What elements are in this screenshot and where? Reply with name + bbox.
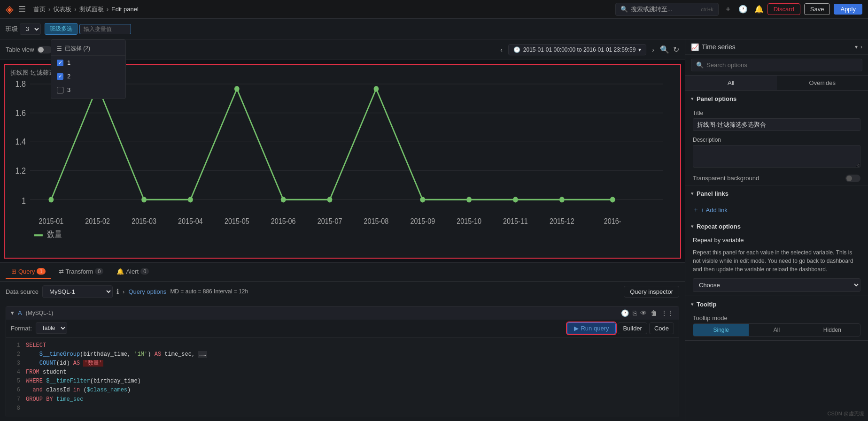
breadcrumb-panel[interactable]: 测试面板 xyxy=(79,5,104,14)
clock-query-icon[interactable]: 🕐 xyxy=(621,309,629,317)
main-layout: Table view Fill Actual ‹ 🕐 2015-01-01 00… xyxy=(0,39,868,421)
code-line-8: 8 xyxy=(11,404,674,413)
tab-alert[interactable]: 🔔 Alert 0 xyxy=(111,265,155,279)
apply-button[interactable]: Apply xyxy=(834,4,862,15)
checkbox-2[interactable]: ✓ xyxy=(57,73,63,80)
panel-description-input[interactable] xyxy=(693,145,860,168)
dropdown-item-1[interactable]: ✓ 1 xyxy=(51,56,125,69)
section-repeat-options: ▾ Repeat options Repeat by variable Repe… xyxy=(685,218,868,296)
section-repeat-options-header[interactable]: ▾ Repeat options xyxy=(685,218,868,235)
panel-title-input[interactable] xyxy=(693,118,860,131)
tooltip-mode-single[interactable]: Single xyxy=(693,324,749,336)
svg-text:2015-01: 2015-01 xyxy=(39,217,63,225)
transparent-toggle[interactable] xyxy=(845,175,860,182)
code-editor[interactable]: 1 SELECT 2 $__timeGroup(birthday_time, '… xyxy=(6,337,679,417)
tab-overrides[interactable]: Overrides xyxy=(777,76,868,90)
tab-query[interactable]: ⊞ Query 1 xyxy=(6,265,51,279)
search-row: 🔍 xyxy=(685,55,868,76)
horizontal-lines-icon: ☰ xyxy=(57,46,62,52)
var2-multiselect[interactable]: 班级多选 xyxy=(45,23,78,35)
panel-options-chevron: ▾ xyxy=(691,96,694,102)
section-panel-options-header[interactable]: ▾ Panel options xyxy=(685,91,868,107)
repeat-by-label: Repeat by variable xyxy=(685,235,868,245)
info-icon[interactable]: ℹ xyxy=(116,288,119,295)
svg-text:1: 1 xyxy=(22,196,26,206)
repeat-variable-select[interactable]: Choose xyxy=(693,278,860,292)
collapse-icon[interactable]: ▾ xyxy=(11,309,14,316)
code-button[interactable]: Code xyxy=(649,322,674,334)
menu-icon[interactable]: ☰ xyxy=(18,4,26,15)
trash-query-icon[interactable]: 🗑 xyxy=(651,309,657,317)
drag-query-icon[interactable]: ⋮⋮ xyxy=(661,309,674,317)
time-next-icon[interactable]: › xyxy=(650,45,656,54)
var1-label: 班级 xyxy=(6,25,18,33)
breadcrumb-dashboard[interactable]: 仪表板 xyxy=(53,5,71,14)
tooltip-title: Tooltip xyxy=(697,301,716,308)
query-inspector-button[interactable]: Query inspector xyxy=(624,286,679,298)
svg-text:1.8: 1.8 xyxy=(15,79,25,89)
table-view-switch[interactable] xyxy=(37,46,52,54)
play-icon: ▶ xyxy=(574,325,579,332)
save-button[interactable]: Save xyxy=(804,3,830,15)
query-meta: MD = auto = 886 Interval = 12h xyxy=(170,288,248,295)
transparent-field-row: Transparent background xyxy=(685,172,868,185)
format-row: Format: Table ▶ Run query Builder Code xyxy=(6,320,679,337)
plus-icon[interactable]: ＋ xyxy=(724,4,732,14)
query-id: A xyxy=(18,309,22,316)
time-range-picker[interactable]: 🕐 2015-01-01 00:00:00 to 2016-01-01 23:5… xyxy=(508,44,647,55)
sql-line5: WHERE $__timeFilter(birthday_time) xyxy=(26,377,141,386)
bell-icon[interactable]: 🔔 xyxy=(754,5,764,14)
dropdown-item-1-label: 1 xyxy=(67,59,70,66)
checkbox-1[interactable]: ✓ xyxy=(57,60,63,66)
add-link-label: + Add link xyxy=(701,207,728,214)
var-input[interactable] xyxy=(79,24,131,34)
search-bar[interactable]: 🔍 搜索或跳转至... ctrl+k xyxy=(615,3,719,16)
svg-text:2015-03: 2015-03 xyxy=(132,217,156,225)
panel-type-chevron-right[interactable]: › xyxy=(860,44,862,50)
builder-button[interactable]: Builder xyxy=(618,322,647,334)
section-panel-links-header[interactable]: ▾ Panel links xyxy=(685,185,868,202)
format-select[interactable]: Table xyxy=(36,322,67,334)
tab-transform[interactable]: ⇄ Transform 0 xyxy=(53,265,109,279)
zoom-icon[interactable]: 🔍 xyxy=(660,45,669,54)
query-options-link[interactable]: Query options xyxy=(128,288,166,295)
svg-text:2015-07: 2015-07 xyxy=(318,217,342,225)
eye-query-icon[interactable]: 👁 xyxy=(640,309,647,317)
time-prev-icon[interactable]: ‹ xyxy=(498,45,504,54)
breadcrumb: 首页 › 仪表板 › 测试面板 › Edit panel xyxy=(33,5,615,14)
copy-query-icon[interactable]: ⎘ xyxy=(633,309,636,317)
search-box[interactable]: 🔍 xyxy=(691,59,862,71)
svg-text:2015-06: 2015-06 xyxy=(271,217,296,225)
table-view-toggle: Table view xyxy=(6,46,52,54)
tab-all[interactable]: All xyxy=(685,76,777,90)
svg-point-28 xyxy=(281,197,286,202)
search-options-input[interactable] xyxy=(706,61,857,69)
title-field-label: Title xyxy=(693,110,860,116)
clock-icon[interactable]: 🕐 xyxy=(738,5,748,14)
refresh-icon[interactable]: ↻ xyxy=(673,45,679,54)
dropdown-overlay: ☰ 已选择 (2) ✓ 1 ✓ 2 3 xyxy=(51,39,126,99)
checkbox-3[interactable] xyxy=(57,87,63,93)
query-block-header: ▾ A (MySQL-1) 🕐 ⎘ 👁 🗑 ⋮⋮ xyxy=(6,306,679,320)
line-num-8: 8 xyxy=(11,404,20,413)
panel-type-name: Time series xyxy=(702,43,852,51)
panel-links-title: Panel links xyxy=(697,190,728,197)
svg-point-27 xyxy=(234,86,240,92)
tooltip-mode-hidden[interactable]: Hidden xyxy=(805,324,860,336)
dropdown-item-3[interactable]: 3 xyxy=(51,83,125,97)
all-overrides-tabs: All Overrides xyxy=(685,76,868,91)
alert-icon: 🔔 xyxy=(116,268,124,275)
grafana-logo: ◈ xyxy=(6,3,14,15)
add-link-button[interactable]: ＋ + Add link xyxy=(685,202,868,218)
breadcrumb-home[interactable]: 首页 xyxy=(33,5,46,14)
discard-button[interactable]: Discard xyxy=(767,3,800,15)
panel-type-chevron-down[interactable]: ▾ xyxy=(855,44,858,50)
section-tooltip-header[interactable]: ▾ Tooltip xyxy=(685,296,868,313)
dropdown-item-2[interactable]: ✓ 2 xyxy=(51,69,125,83)
run-query-button[interactable]: ▶ Run query xyxy=(567,322,616,334)
var1-select[interactable]: 3 xyxy=(20,23,41,35)
svg-point-33 xyxy=(513,197,518,202)
panel-options-title: Panel options xyxy=(697,95,736,102)
datasource-select[interactable]: MySQL-1 xyxy=(42,285,113,298)
tooltip-mode-all[interactable]: All xyxy=(749,324,804,336)
